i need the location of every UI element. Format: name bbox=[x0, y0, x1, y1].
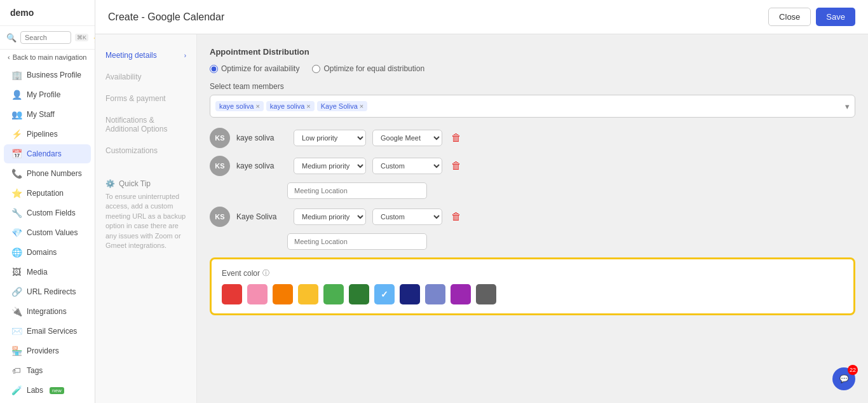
member-meeting-type-2[interactable]: Google MeetCustomZoom bbox=[372, 208, 442, 225]
team-chip-2[interactable]: Kaye Soliva × bbox=[317, 101, 368, 111]
domains-icon: 🌐 bbox=[11, 247, 22, 257]
color-swatch-10[interactable] bbox=[476, 284, 496, 304]
tags-icon: 🏷 bbox=[11, 365, 22, 376]
sidebar-item-phone-numbers[interactable]: 📞 Phone Numbers bbox=[4, 164, 91, 183]
color-swatch-5[interactable] bbox=[349, 284, 369, 304]
sidebar-item-my-profile[interactable]: 👤 My Profile bbox=[4, 85, 91, 104]
step-customizations[interactable]: Customizations bbox=[95, 140, 196, 161]
custom-fields-icon: 🔧 bbox=[11, 208, 22, 218]
sidebar: demo 🔍 ⌘K ⚡ Back to main navigation 🏢 Bu… bbox=[0, 0, 95, 403]
step-notifications[interactable]: Notifications & Additional Options bbox=[95, 109, 196, 140]
step-label-customizations: Customizations bbox=[105, 146, 158, 155]
member-priority-2[interactable]: Low priorityMedium priorityHigh priority bbox=[294, 208, 366, 225]
chip-remove-2[interactable]: × bbox=[360, 102, 363, 110]
sidebar-item-label-integrations: Integrations bbox=[27, 307, 67, 316]
chip-remove-1[interactable]: × bbox=[306, 102, 310, 110]
team-chip-0[interactable]: kaye soliva × bbox=[215, 101, 264, 111]
sidebar-item-label-phone-numbers: Phone Numbers bbox=[27, 169, 82, 178]
color-swatch-9[interactable] bbox=[451, 284, 471, 304]
sidebar-item-custom-fields[interactable]: 🔧 Custom Fields bbox=[4, 203, 91, 222]
sidebar-item-providers[interactable]: 🏪 Providers bbox=[4, 341, 91, 360]
info-icon: ⓘ bbox=[262, 268, 269, 278]
sidebar-item-audit-logs[interactable]: 📋 Audit Logs bbox=[4, 400, 91, 403]
sidebar-item-tags[interactable]: 🏷 Tags bbox=[4, 361, 91, 380]
sidebar-item-business-profile[interactable]: 🏢 Business Profile bbox=[4, 65, 91, 85]
radio-optimize-availability[interactable]: Optimize for availability bbox=[210, 64, 299, 73]
sidebar-item-label-media: Media bbox=[27, 268, 48, 277]
notification-count: 22 bbox=[848, 365, 858, 375]
sidebar-item-media[interactable]: 🖼 Media bbox=[4, 263, 91, 282]
step-availability[interactable]: Availability bbox=[95, 66, 196, 88]
team-select-box[interactable]: kaye soliva ×kaye soliva ×Kaye Soliva ×▾ bbox=[210, 95, 855, 118]
email-services-icon: ✉️ bbox=[11, 326, 22, 336]
member-delete-0[interactable]: 🗑 bbox=[449, 130, 464, 146]
color-swatch-8[interactable] bbox=[425, 284, 445, 304]
step-forms-payment[interactable]: Forms & payment bbox=[95, 88, 196, 109]
event-color-text: Event color bbox=[222, 269, 260, 278]
chip-label-0: kaye soliva bbox=[219, 102, 254, 110]
media-icon: 🖼 bbox=[11, 267, 22, 277]
color-swatch-7[interactable] bbox=[400, 284, 420, 304]
sidebar-item-labs[interactable]: 🧪 Labs new bbox=[4, 381, 91, 400]
sidebar-item-url-redirects[interactable]: 🔗 URL Redirects bbox=[4, 282, 91, 301]
sidebar-item-integrations[interactable]: 🔌 Integrations bbox=[4, 302, 91, 321]
sidebar-item-label-custom-values: Custom Values bbox=[27, 228, 78, 237]
appointment-distribution-label: Appointment Distribution bbox=[210, 47, 855, 57]
member-location-1[interactable] bbox=[287, 182, 427, 199]
quick-tip-label: Quick Tip bbox=[119, 179, 151, 188]
color-swatch-1[interactable] bbox=[247, 284, 268, 304]
color-swatch-0[interactable] bbox=[222, 284, 242, 304]
member-delete-2[interactable]: 🗑 bbox=[449, 209, 464, 224]
reputation-icon: ⭐ bbox=[11, 188, 22, 198]
color-swatch-4[interactable] bbox=[323, 284, 344, 304]
radio-optimize-availability-input[interactable] bbox=[210, 65, 218, 73]
sidebar-item-reputation[interactable]: ⭐ Reputation bbox=[4, 184, 91, 203]
member-avatar-1: KS bbox=[210, 156, 230, 176]
quick-tip: ⚙️ Quick Tip To ensure uninterrupted acc… bbox=[95, 169, 196, 261]
form-content: Appointment Distribution Optimize for av… bbox=[197, 34, 868, 403]
app-logo: demo bbox=[0, 0, 95, 26]
search-bar[interactable]: 🔍 ⌘K ⚡ bbox=[0, 26, 95, 50]
member-avatar-0: KS bbox=[210, 128, 230, 148]
back-navigation[interactable]: Back to main navigation bbox=[0, 50, 95, 65]
member-row-2: KSKaye SolivaLow priorityMedium priority… bbox=[210, 207, 855, 250]
step-meeting-details[interactable]: Meeting details › bbox=[95, 44, 196, 66]
sidebar-item-calendars[interactable]: 📅 Calendars bbox=[4, 144, 91, 163]
sidebar-item-pipelines[interactable]: ⚡ Pipelines bbox=[4, 125, 91, 144]
labs-badge: new bbox=[50, 387, 64, 394]
steps-sidebar: Meeting details ›Availability Forms & pa… bbox=[95, 34, 197, 403]
sidebar-item-label-my-profile: My Profile bbox=[27, 90, 60, 99]
close-button[interactable]: Close bbox=[768, 8, 811, 26]
team-chip-1[interactable]: kaye soliva × bbox=[266, 101, 315, 111]
member-priority-1[interactable]: Low priorityMedium priorityHigh priority bbox=[294, 158, 366, 174]
color-swatch-2[interactable] bbox=[273, 284, 293, 304]
radio-optimize-equal-input[interactable] bbox=[312, 65, 320, 73]
member-name-2: Kaye Soliva bbox=[236, 212, 287, 221]
member-location-2[interactable] bbox=[287, 233, 427, 250]
member-delete-1[interactable]: 🗑 bbox=[449, 158, 464, 174]
search-input[interactable] bbox=[20, 31, 71, 44]
notification-badge[interactable]: 💬 22 bbox=[832, 367, 855, 390]
save-button[interactable]: Save bbox=[816, 8, 855, 26]
event-color-label: Event color ⓘ bbox=[222, 268, 843, 278]
member-meeting-type-1[interactable]: Google MeetCustomZoom bbox=[372, 158, 442, 174]
member-priority-0[interactable]: Low priorityMedium priorityHigh priority bbox=[294, 130, 366, 146]
sidebar-item-custom-values[interactable]: 💎 Custom Values bbox=[4, 223, 91, 242]
radio-optimize-equal[interactable]: Optimize for equal distribution bbox=[312, 64, 424, 73]
phone-numbers-icon: 📞 bbox=[11, 168, 22, 179]
member-meeting-type-0[interactable]: Google MeetCustomZoom bbox=[372, 130, 442, 146]
main-header: Create - Google Calendar Close Save bbox=[95, 0, 868, 34]
sidebar-item-domains[interactable]: 🌐 Domains bbox=[4, 243, 91, 262]
team-select-dropdown-icon[interactable]: ▾ bbox=[845, 102, 850, 111]
sidebar-item-my-staff[interactable]: 👥 My Staff bbox=[4, 105, 91, 124]
chip-remove-0[interactable]: × bbox=[255, 102, 259, 110]
color-swatch-6[interactable] bbox=[374, 284, 395, 304]
page-title: Create - Google Calendar bbox=[108, 11, 224, 23]
step-label-notifications: Notifications & Additional Options bbox=[105, 116, 186, 133]
sidebar-item-email-services[interactable]: ✉️ Email Services bbox=[4, 322, 91, 341]
search-kbd: ⌘K bbox=[75, 34, 88, 41]
color-swatch-3[interactable] bbox=[298, 284, 318, 304]
chip-label-1: kaye soliva bbox=[270, 102, 304, 110]
header-actions: Close Save bbox=[768, 8, 855, 26]
sidebar-item-label-my-staff: My Staff bbox=[27, 110, 55, 119]
